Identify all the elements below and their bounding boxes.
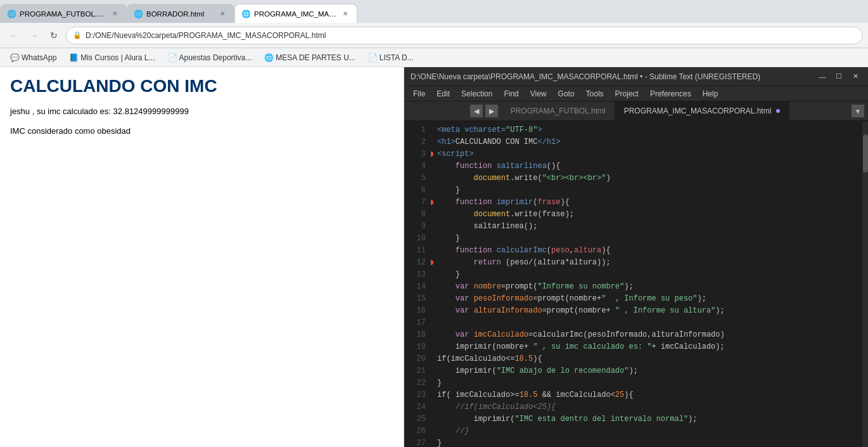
nav-bar: ← → ↻ 🔒 D:/ONE/Nueva%20carpeta/PROGRAMA_… bbox=[0, 23, 868, 48]
editor-nav-left[interactable]: ◀ bbox=[470, 105, 483, 117]
line-number-13: 13 bbox=[404, 269, 431, 281]
line-numbers: 1234567891011121314151617181920212223242… bbox=[404, 122, 431, 447]
line-number-26: 26 bbox=[404, 425, 431, 437]
browser-preview: CALCULANDO CON IMC jeshu , su imc calcul… bbox=[0, 67, 404, 447]
browser-tab-2[interactable]: 🌐 BORRADOR.html ✕ bbox=[127, 4, 234, 23]
code-line-10: } bbox=[437, 233, 862, 245]
code-line-3: <script> bbox=[437, 148, 862, 160]
menu-selection[interactable]: Selection bbox=[456, 88, 497, 100]
code-line-24: //if(imcCalculado<25){ bbox=[437, 401, 862, 413]
editor-tab-2-dot bbox=[776, 109, 780, 113]
minimize-button[interactable]: — bbox=[816, 70, 829, 83]
line-number-19: 19 bbox=[404, 341, 431, 353]
line-number-18: 18 bbox=[404, 329, 431, 341]
tab-title-1: PROGRAMA_FUTBOL.html bbox=[20, 10, 106, 18]
tab-favicon-1: 🌐 bbox=[7, 10, 16, 18]
breakpoint-dot-12 bbox=[431, 260, 433, 265]
menu-find[interactable]: Find bbox=[499, 88, 523, 100]
scrollbar-vertical[interactable] bbox=[862, 122, 868, 447]
line-number-8: 8 bbox=[404, 209, 431, 221]
bookmark-label-alura: Mis Cursos | Alura L... bbox=[80, 53, 155, 62]
code-line-17 bbox=[437, 317, 862, 329]
bookmark-label-mesa: MESA DE PARTES U... bbox=[276, 53, 355, 62]
tab-close-1[interactable]: ✕ bbox=[110, 9, 120, 19]
breakpoint-dot-7 bbox=[431, 200, 433, 205]
code-line-4: function saltarlinea(){ bbox=[437, 160, 862, 172]
restore-button[interactable]: ☐ bbox=[833, 70, 845, 83]
browser-chrome: 🌐 PROGRAMA_FUTBOL.html ✕ 🌐 BORRADOR.html… bbox=[0, 0, 868, 67]
address-bar[interactable]: 🔒 D:/ONE/Nueva%20carpeta/PROGRAMA_IMC_MA… bbox=[66, 27, 863, 44]
editor-tab-2[interactable]: PROGRAMA_IMC_MASACORPORAL.html bbox=[615, 101, 790, 120]
editor-nav: ◀ ▶ bbox=[466, 101, 502, 120]
bookmarks-bar: 💬 WhatsApp 📘 Mis Cursos | Alura L... 📄 A… bbox=[0, 48, 868, 67]
code-line-20: if(imcCalculado<=18.5){ bbox=[437, 353, 862, 365]
editor-nav-right[interactable]: ▶ bbox=[485, 105, 498, 117]
code-line-15: var pesoInformado=prompt(nombre+" , Info… bbox=[437, 293, 862, 305]
line-number-7: 7 bbox=[404, 197, 431, 209]
bookmark-label-apuestas: Apuestas Deportiva... bbox=[179, 53, 252, 62]
menu-view[interactable]: View bbox=[525, 88, 552, 100]
tab-close-3[interactable]: ✕ bbox=[340, 9, 350, 19]
menu-project[interactable]: Project bbox=[610, 88, 644, 100]
line-number-20: 20 bbox=[404, 353, 431, 365]
reload-button[interactable]: ↻ bbox=[46, 27, 62, 44]
code-line-7: function imprimir(frase){ bbox=[437, 197, 862, 209]
line-number-15: 15 bbox=[404, 293, 431, 305]
code-line-27: } bbox=[437, 437, 862, 447]
tab-bar: 🌐 PROGRAMA_FUTBOL.html ✕ 🌐 BORRADOR.html… bbox=[0, 0, 868, 23]
line-number-23: 23 bbox=[404, 389, 431, 401]
bookmark-alura[interactable]: 📘 Mis Cursos | Alura L... bbox=[64, 52, 160, 63]
main-area: CALCULANDO CON IMC jeshu , su imc calcul… bbox=[0, 67, 868, 447]
line-number-2: 2 bbox=[404, 136, 431, 148]
line-number-9: 9 bbox=[404, 221, 431, 233]
close-button[interactable]: ✕ bbox=[849, 70, 862, 83]
editor-title-bar: D:\ONE\Nueva carpeta\PROGRAMA_IMC_MASACO… bbox=[404, 67, 868, 86]
tab-favicon-2: 🌐 bbox=[134, 10, 143, 18]
line-number-14: 14 bbox=[404, 281, 431, 293]
bookmark-lista[interactable]: 📄 LISTA D... bbox=[363, 52, 419, 63]
browser-tab-1[interactable]: 🌐 PROGRAMA_FUTBOL.html ✕ bbox=[0, 4, 127, 23]
bookmark-mesa[interactable]: 🌐 MESA DE PARTES U... bbox=[259, 52, 361, 63]
code-line-25: imprimir("IMC esta dentro del intervalo … bbox=[437, 413, 862, 425]
bookmark-label-lista: LISTA D... bbox=[380, 53, 414, 62]
tab-title-3: PROGRAMA_IMC_MA… bbox=[254, 10, 336, 18]
bookmark-favicon-whatsapp: 💬 bbox=[10, 53, 19, 62]
scrollbar-thumb[interactable] bbox=[863, 134, 868, 172]
tab-title-2: BORRADOR.html bbox=[146, 10, 214, 18]
line-number-22: 22 bbox=[404, 377, 431, 389]
line-number-17: 17 bbox=[404, 317, 431, 329]
line-number-27: 27 bbox=[404, 437, 431, 447]
menu-help[interactable]: Help bbox=[698, 88, 724, 100]
bookmark-favicon-lista: 📄 bbox=[368, 53, 377, 62]
menu-tools[interactable]: Tools bbox=[581, 88, 609, 100]
bookmark-favicon-mesa: 🌐 bbox=[264, 53, 273, 62]
editor-content: 1234567891011121314151617181920212223242… bbox=[404, 122, 868, 447]
tab-close-2[interactable]: ✕ bbox=[217, 9, 227, 19]
editor-menu-bar: File Edit Selection Find View Goto Tools… bbox=[404, 86, 868, 101]
code-line-21: imprimir("IMC abajo de lo recomendado"); bbox=[437, 365, 862, 377]
browser-tab-3[interactable]: 🌐 PROGRAMA_IMC_MA… ✕ bbox=[234, 4, 357, 23]
bookmark-label-whatsapp: WhatsApp bbox=[22, 53, 56, 62]
preview-imc-status: IMC considerado como obesidad bbox=[10, 126, 393, 136]
tab-overflow-button[interactable]: ▼ bbox=[852, 105, 864, 117]
editor-pane: D:\ONE\Nueva carpeta\PROGRAMA_IMC_MASACO… bbox=[404, 67, 868, 447]
editor-title-text: D:\ONE\Nueva carpeta\PROGRAMA_IMC_MASACO… bbox=[411, 72, 816, 81]
menu-preferences[interactable]: Preferences bbox=[645, 88, 696, 100]
menu-file[interactable]: File bbox=[408, 88, 430, 100]
bookmark-whatsapp[interactable]: 💬 WhatsApp bbox=[5, 52, 61, 63]
back-button[interactable]: ← bbox=[5, 27, 22, 44]
code-line-14: var nombre=prompt("Informe su nombre"); bbox=[437, 281, 862, 293]
line-number-25: 25 bbox=[404, 413, 431, 425]
editor-window-controls: — ☐ ✕ bbox=[816, 70, 862, 83]
menu-edit[interactable]: Edit bbox=[431, 88, 455, 100]
code-area[interactable]: <meta vcharset="UTF-8"><h1>CALCULANDO CO… bbox=[431, 122, 862, 447]
code-line-23: if( imcCalculado>=18.5 && imcCalculado<2… bbox=[437, 389, 862, 401]
editor-tab-1[interactable]: PROGRAMA_FUTBOL.html bbox=[502, 101, 615, 120]
code-line-9: saltarlinea(); bbox=[437, 221, 862, 233]
line-number-4: 4 bbox=[404, 160, 431, 172]
menu-goto[interactable]: Goto bbox=[553, 88, 580, 100]
forward-button[interactable]: → bbox=[25, 27, 42, 44]
code-line-18: var imcCalculado=calcularImc(pesoInforma… bbox=[437, 329, 862, 341]
bookmark-apuestas[interactable]: 📄 Apuestas Deportiva... bbox=[163, 52, 257, 63]
code-line-12: return (peso/(altura*altura)); bbox=[437, 257, 862, 269]
